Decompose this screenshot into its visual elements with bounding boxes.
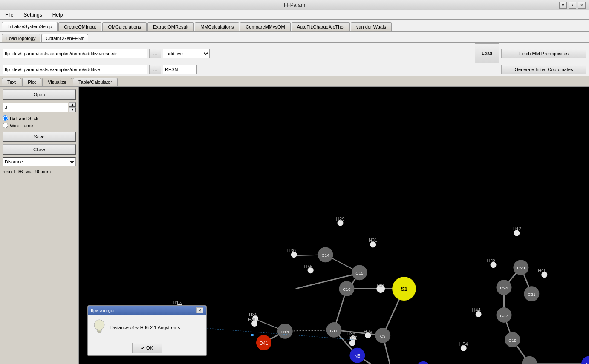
radio-wireframe[interactable]: WireFrame bbox=[3, 123, 76, 128]
browse-btn-1[interactable]: ... bbox=[149, 49, 161, 58]
svg-text:C18: C18 bbox=[525, 362, 534, 364]
svg-text:C24: C24 bbox=[500, 286, 508, 290]
tab-extract-qm-result[interactable]: ExtractQMResult bbox=[147, 22, 194, 31]
svg-text:H55: H55 bbox=[304, 264, 313, 269]
dirpath-input[interactable] bbox=[3, 65, 147, 74]
3d-viewer: H29 H31 H30 H55 H35 H36 H47 H54 H42 H43 … bbox=[79, 87, 589, 364]
open-button[interactable]: Open bbox=[3, 89, 76, 100]
main-content: Open ▲ ▼ Ball and Stick WireFrame Save C… bbox=[0, 87, 589, 364]
content-tab-visualize[interactable]: Visualize bbox=[42, 78, 72, 86]
save-button[interactable]: Save bbox=[3, 132, 76, 142]
svg-point-116 bbox=[251, 334, 254, 336]
svg-text:H1w: H1w bbox=[173, 300, 182, 305]
restore-button[interactable]: ▲ bbox=[569, 2, 576, 9]
dialog-footer: ✔ OK bbox=[88, 340, 206, 355]
content-tab-table-calculator[interactable]: Table/Calculator bbox=[73, 78, 118, 86]
left-panel: Open ▲ ▼ Ball and Stick WireFrame Save C… bbox=[0, 87, 79, 364]
svg-text:C22: C22 bbox=[500, 313, 508, 318]
tab-load-topology[interactable]: LoadTopology bbox=[2, 34, 40, 42]
svg-text:C16: C16 bbox=[343, 287, 351, 292]
input-row-1: ... additive drude Load Fetch MM Prerequ… bbox=[3, 44, 586, 63]
tab-compare-mm-vs-qm[interactable]: CompareMMvsQM bbox=[240, 22, 290, 31]
svg-text:O41: O41 bbox=[260, 341, 269, 346]
dialog-close-button[interactable]: ✕ bbox=[196, 307, 203, 313]
browse-btn-2[interactable]: ... bbox=[149, 65, 161, 74]
svg-text:N4: N4 bbox=[586, 362, 589, 364]
decrement-button[interactable]: ▼ bbox=[69, 107, 76, 112]
radio-wireframe-input[interactable] bbox=[3, 123, 8, 128]
svg-text:C11: C11 bbox=[330, 328, 338, 333]
fetch-mm-prerequisites-button[interactable]: Fetch MM Prerequisites bbox=[501, 49, 586, 58]
sub-tab-bar: LoadTopology ObtainCGenFFStr bbox=[0, 32, 589, 43]
window-controls: ▼ ▲ ✕ bbox=[559, 2, 586, 9]
radio-ball-and-stick[interactable]: Ball and Stick bbox=[3, 115, 76, 121]
radio-wireframe-label: WireFrame bbox=[10, 123, 33, 128]
svg-text:C23: C23 bbox=[517, 266, 525, 270]
svg-text:H40: H40 bbox=[538, 268, 546, 273]
content-tab-text[interactable]: Text bbox=[2, 78, 21, 86]
representation-radio-group: Ball and Stick WireFrame bbox=[3, 115, 76, 129]
input-row-2: ... Generate Initial Coordinates bbox=[3, 65, 586, 74]
tab-mm-calculations[interactable]: MMCalculations bbox=[195, 22, 239, 31]
radio-ball-and-stick-label: Ball and Stick bbox=[10, 116, 38, 121]
menu-help[interactable]: Help bbox=[49, 11, 66, 19]
svg-text:C15: C15 bbox=[355, 271, 364, 275]
svg-point-39 bbox=[349, 340, 355, 346]
menu-bar: File Settings Help bbox=[0, 10, 589, 20]
svg-text:H30: H30 bbox=[287, 248, 296, 253]
minimize-button[interactable]: ▼ bbox=[559, 2, 567, 9]
input-section: ... additive drude Load Fetch MM Prerequ… bbox=[0, 43, 589, 76]
svg-text:H31: H31 bbox=[369, 238, 377, 243]
svg-text:C9: C9 bbox=[380, 334, 386, 338]
tab-autofit[interactable]: AutoFit:ChargeAlpThol bbox=[292, 22, 350, 31]
svg-text:C19: C19 bbox=[508, 338, 517, 343]
svg-text:H44: H44 bbox=[472, 307, 481, 312]
dialog-info-icon bbox=[92, 319, 106, 336]
tab-initialize-system-setup[interactable]: InitializeSystemSetup bbox=[2, 22, 58, 31]
svg-rect-119 bbox=[98, 332, 101, 333]
close-panel-button[interactable]: Close bbox=[3, 144, 76, 155]
app-title: FFParam bbox=[284, 2, 305, 8]
svg-text:S1: S1 bbox=[401, 286, 407, 292]
distance-dialog: ffparam-gui ✕ Distance o1w-H36 2.1 Angst… bbox=[87, 305, 207, 356]
title-bar: FFParam ▼ ▲ ✕ bbox=[0, 0, 589, 10]
svg-text:H42: H42 bbox=[512, 226, 521, 231]
svg-text:C1b: C1b bbox=[281, 330, 289, 334]
menu-file[interactable]: File bbox=[2, 11, 17, 19]
segname-input[interactable] bbox=[163, 65, 197, 74]
svg-text:C14: C14 bbox=[321, 253, 329, 258]
svg-text:H43: H43 bbox=[487, 258, 496, 263]
svg-text:C21: C21 bbox=[528, 292, 536, 297]
svg-text:H29: H29 bbox=[336, 216, 344, 221]
svg-text:H32: H32 bbox=[377, 283, 385, 288]
content-tab-plot[interactable]: Plot bbox=[22, 78, 41, 86]
dialog-body: Distance o1w-H36 2.1 Angstroms bbox=[88, 315, 206, 340]
radio-ball-and-stick-input[interactable] bbox=[3, 115, 8, 121]
svg-text:H26: H26 bbox=[349, 335, 357, 341]
dialog-message: Distance o1w-H36 2.1 Angstroms bbox=[110, 325, 202, 330]
close-button[interactable]: ✕ bbox=[578, 2, 586, 9]
dialog-title-bar: ffparam-gui ✕ bbox=[88, 306, 206, 315]
tab-create-qm-input[interactable]: CreateQMInput bbox=[58, 22, 101, 31]
ok-button[interactable]: ✔ OK bbox=[132, 343, 162, 353]
svg-text:N5: N5 bbox=[354, 353, 360, 358]
svg-text:H38: H38 bbox=[248, 317, 257, 322]
tab-van-der-waals[interactable]: van der Waals bbox=[351, 22, 392, 31]
load-button[interactable]: Load bbox=[475, 43, 499, 63]
svg-rect-118 bbox=[97, 330, 101, 332]
com-file-label: resn_H36_wat_90.com bbox=[3, 169, 76, 174]
number-input-row: ▲ ▼ bbox=[3, 102, 76, 112]
measure-dropdown[interactable]: Distance Angle Dihedral bbox=[3, 157, 76, 166]
content-tab-bar: Text Plot Visualize Table/Calculator bbox=[0, 76, 589, 87]
dialog-title: ffparam-gui bbox=[91, 308, 114, 313]
tab-qm-calculations[interactable]: QMCalculations bbox=[102, 22, 147, 31]
increment-button[interactable]: ▲ bbox=[69, 102, 76, 107]
menu-settings[interactable]: Settings bbox=[20, 11, 45, 19]
filepath-input[interactable] bbox=[3, 49, 147, 58]
main-tab-bar: InitializeSystemSetup CreateQMInput QMCa… bbox=[0, 20, 589, 32]
svg-text:H54: H54 bbox=[459, 341, 468, 347]
generate-initial-coordinates-button[interactable]: Generate Initial Coordinates bbox=[501, 65, 586, 74]
frame-number-input[interactable] bbox=[3, 103, 68, 112]
forcefield-dropdown[interactable]: additive drude bbox=[163, 49, 210, 58]
tab-obtain-cgenffstr[interactable]: ObtainCGenFFStr bbox=[41, 34, 89, 42]
